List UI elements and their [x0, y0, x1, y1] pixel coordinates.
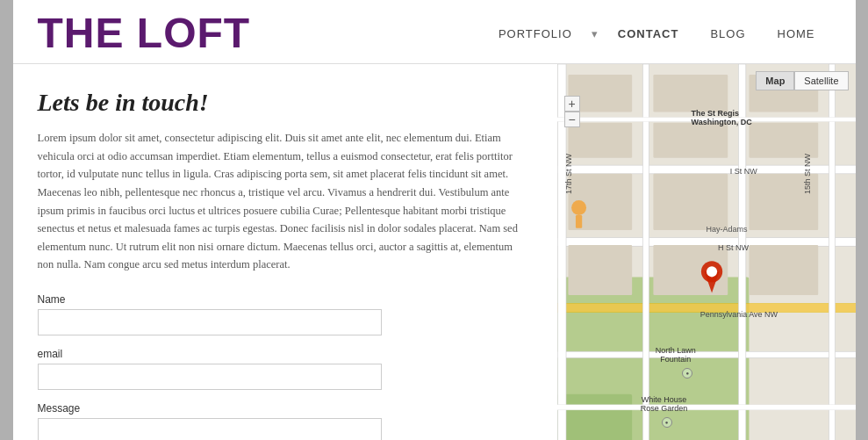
svg-rect-25 [749, 245, 818, 295]
zoom-in-button[interactable]: + [564, 96, 580, 112]
email-label: email [38, 348, 526, 360]
dropdown-arrow-icon[interactable]: ▾ [588, 22, 602, 46]
svg-rect-19 [749, 123, 818, 158]
map-label-hst: H St NW [718, 243, 749, 252]
main-content: Lets be in touch! Lorem ipsum dolor sit … [13, 64, 856, 440]
main-nav: PORTFOLIO ▾ CONTACT BLOG HOME [483, 22, 831, 46]
svg-rect-15 [653, 75, 728, 112]
map-label-rosegarden: White HouseRose Garden [641, 395, 688, 413]
message-label: Message [38, 402, 526, 415]
map-label-hayadams: Hay-Adams [707, 225, 748, 234]
map-zoom-controls: + − [564, 96, 580, 127]
svg-rect-21 [653, 174, 728, 230]
svg-rect-17 [568, 123, 632, 158]
page-wrapper: THE LOFT PORTFOLIO ▾ CONTACT BLOG HOME L… [13, 0, 856, 440]
svg-rect-30 [575, 215, 581, 228]
header: THE LOFT PORTFOLIO ▾ CONTACT BLOG HOME [13, 0, 856, 64]
map-label-ist: I St NW [730, 167, 757, 176]
map-label-15th: 15th St NW [803, 154, 812, 194]
body-text: Lorem ipsum dolor sit amet, consectetur … [38, 129, 526, 274]
nav-home[interactable]: HOME [762, 22, 831, 46]
message-form-group: Message [38, 402, 526, 440]
nav-blog[interactable]: BLOG [694, 22, 761, 46]
svg-rect-2 [557, 394, 632, 440]
left-panel: Lets be in touch! Lorem ipsum dolor sit … [13, 64, 557, 440]
logo: THE LOFT [38, 12, 251, 54]
name-input[interactable] [38, 309, 382, 335]
email-input[interactable] [38, 364, 382, 390]
map-label-fountain: North LawnFountain [656, 346, 696, 364]
map-container: Map Satellite + − The St RegisWashington… [557, 64, 856, 440]
email-form-group: email [38, 348, 526, 390]
svg-point-29 [571, 200, 586, 215]
map-label-penn: Pennsylvania Ave NW [700, 310, 778, 319]
map-controls: Map Satellite [756, 71, 848, 90]
name-form-group: Name [38, 293, 526, 335]
message-textarea[interactable] [38, 418, 382, 440]
map-label-stregis: The St RegisWashington, DC [692, 109, 752, 126]
svg-rect-13 [557, 405, 856, 410]
page-title: Lets be in touch! [38, 89, 526, 117]
nav-portfolio[interactable]: PORTFOLIO [483, 22, 588, 46]
satellite-view-button[interactable]: Satellite [794, 71, 848, 90]
zoom-out-button[interactable]: − [564, 112, 580, 127]
name-label: Name [38, 293, 526, 306]
rosegarden-marker: ● [662, 417, 672, 428]
nav-contact[interactable]: CONTACT [602, 22, 695, 46]
svg-rect-18 [653, 123, 728, 158]
map-label-17th: 17th St NW [564, 154, 573, 194]
svg-rect-23 [568, 245, 632, 295]
svg-rect-4 [557, 238, 856, 247]
map-panel: Map Satellite + − The St RegisWashington… [557, 64, 856, 440]
svg-rect-6 [557, 351, 856, 357]
svg-point-28 [707, 266, 717, 277]
map-view-button[interactable]: Map [756, 71, 794, 90]
